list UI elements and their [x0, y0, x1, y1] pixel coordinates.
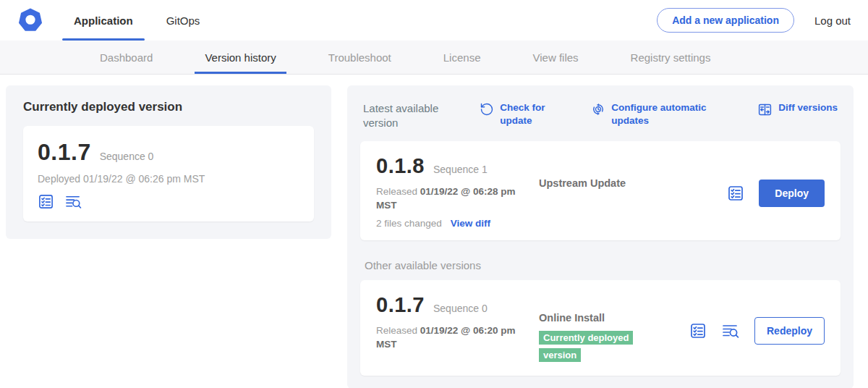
logout-button[interactable]: Log out — [814, 14, 851, 27]
top-tabs: Application GitOps — [74, 0, 200, 41]
available-panel-title: Latest available version — [363, 101, 454, 131]
available-versions-panel: Latest available version Check for updat… — [347, 85, 854, 388]
files-changed-label: 2 files changed — [376, 218, 442, 229]
tab-version-history[interactable]: Version history — [205, 41, 276, 74]
preflight-checks-icon[interactable] — [689, 322, 707, 340]
tab-license[interactable]: License — [443, 41, 481, 74]
deployed-panel-title: Currently deployed version — [23, 100, 314, 114]
tab-registry-settings[interactable]: Registry settings — [631, 41, 711, 74]
diff-icon — [757, 102, 773, 117]
other-versions-title: Other available versions — [365, 259, 841, 271]
latest-version-number: 0.1.8 — [376, 154, 425, 178]
other-version-source: Online Install — [539, 312, 689, 324]
preflight-checks-icon[interactable] — [727, 185, 744, 202]
other-sequence: Sequence 0 — [433, 303, 488, 314]
deployed-sequence: Sequence 0 — [100, 151, 154, 162]
deployed-version-number: 0.1.7 — [38, 139, 91, 166]
tab-view-files[interactable]: View files — [532, 41, 578, 74]
latest-released-timestamp: Released 01/19/22 @ 06:28 pm MST — [376, 185, 524, 213]
top-navigation: Application GitOps Add a new application… — [0, 0, 868, 41]
currently-deployed-badge: Currently deployed version — [539, 331, 633, 363]
add-new-application-button[interactable]: Add a new application — [657, 8, 794, 33]
tab-gitops[interactable]: GitOps — [166, 0, 200, 41]
deploy-button[interactable]: Deploy — [759, 180, 825, 207]
diff-versions-button[interactable]: Diff versions — [757, 101, 838, 117]
other-version-number: 0.1.7 — [376, 293, 425, 317]
other-released-timestamp: Released 01/19/22 @ 06:20 pm MST — [376, 324, 524, 352]
refresh-icon — [480, 102, 494, 117]
redeploy-button[interactable]: Redeploy — [754, 317, 825, 345]
configure-automatic-updates-button[interactable]: Configure automatic updates — [591, 101, 714, 127]
other-version-card: 0.1.7 Sequence 0 Released 01/19/22 @ 06:… — [360, 280, 841, 376]
latest-sequence: Sequence 1 — [433, 164, 488, 175]
deployed-timestamp: Deployed 01/19/22 @ 06:26 pm MST — [38, 173, 299, 185]
view-diff-link[interactable]: View diff — [451, 218, 490, 229]
preflight-checks-icon[interactable] — [38, 193, 54, 210]
app-subnav: Dashboard Version history Troubleshoot L… — [0, 41, 868, 75]
currently-deployed-panel: Currently deployed version 0.1.7 Sequenc… — [6, 85, 331, 239]
deploy-logs-icon[interactable] — [64, 193, 82, 210]
tab-dashboard[interactable]: Dashboard — [100, 41, 153, 74]
deployed-version-card: 0.1.7 Sequence 0 Deployed 01/19/22 @ 06:… — [23, 126, 314, 222]
deploy-logs-icon[interactable] — [721, 322, 740, 340]
tab-troubleshoot[interactable]: Troubleshoot — [328, 41, 391, 74]
auto-update-clock-icon — [591, 102, 605, 117]
version-history-page: Currently deployed version 0.1.7 Sequenc… — [0, 75, 868, 388]
tab-application[interactable]: Application — [74, 0, 133, 41]
heptagon-logo-icon — [17, 7, 43, 33]
latest-version-source: Upstream Update — [539, 177, 727, 189]
app-logo[interactable] — [17, 0, 43, 41]
latest-version-card: 0.1.8 Sequence 1 Released 01/19/22 @ 06:… — [360, 141, 841, 240]
check-for-update-button[interactable]: Check for update — [480, 101, 548, 127]
